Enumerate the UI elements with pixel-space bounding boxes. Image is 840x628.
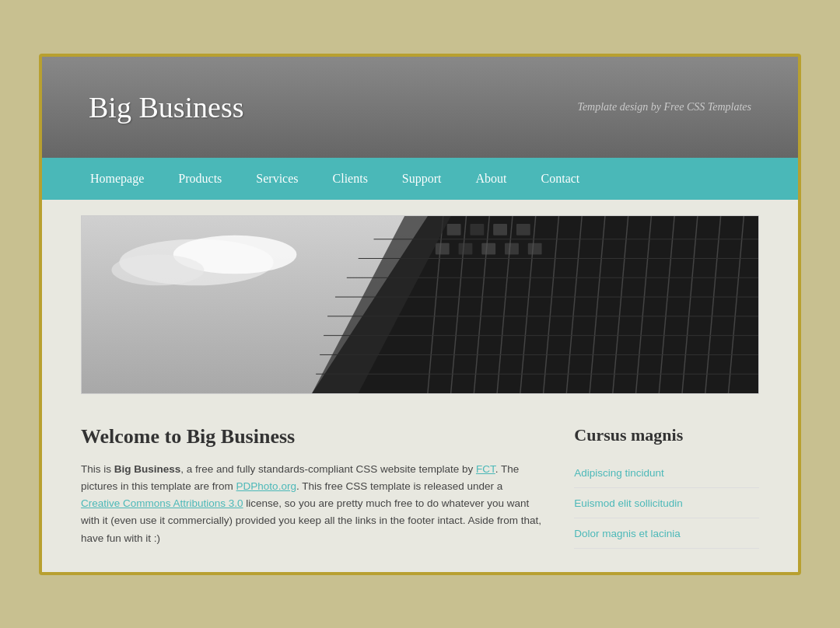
nav-link-services[interactable]: Services	[239, 158, 315, 200]
svg-point-3	[111, 254, 204, 285]
nav-link-about[interactable]: About	[459, 158, 524, 200]
nav-item-support[interactable]: Support	[385, 158, 459, 200]
site-tagline: Template design by Free CSS Templates	[577, 101, 751, 113]
sidebar-list-item: Adipiscing tincidunt	[574, 458, 759, 488]
hero-building-graphic	[82, 216, 758, 393]
site-header: Big Business Template design by Free CSS…	[42, 57, 798, 158]
sidebar-heading: Cursus magnis	[574, 425, 759, 445]
nav-item-products[interactable]: Products	[161, 158, 239, 200]
svg-rect-35	[481, 242, 495, 254]
brand-name: Big Business	[114, 463, 181, 475]
sidebar-link-3[interactable]: Dolor magnis et lacinia	[574, 528, 681, 539]
site-wrapper: Big Business Template design by Free CSS…	[42, 57, 798, 572]
sidebar: Cursus magnis Adipiscing tincidunt Euism…	[574, 425, 759, 549]
nav-link-support[interactable]: Support	[385, 158, 459, 200]
main-paragraph: This is Big Business, a free and fully s…	[81, 461, 543, 547]
sidebar-link-1[interactable]: Adipiscing tincidunt	[574, 467, 664, 479]
creative-commons-link[interactable]: Creative Commons Attributions 3.0	[81, 497, 243, 509]
nav-link-products[interactable]: Products	[161, 158, 239, 200]
nav-item-clients[interactable]: Clients	[316, 158, 385, 200]
svg-rect-29	[447, 223, 461, 235]
sidebar-list-item: Dolor magnis et lacinia	[574, 518, 759, 549]
hero-section	[42, 200, 798, 410]
nav-link-contact[interactable]: Contact	[524, 158, 597, 200]
nav-item-contact[interactable]: Contact	[524, 158, 597, 200]
nav-link-clients[interactable]: Clients	[316, 158, 385, 200]
svg-rect-37	[528, 242, 542, 254]
sidebar-link-2[interactable]: Euismod elit sollicitudin	[574, 497, 683, 509]
svg-rect-31	[493, 223, 507, 235]
content-area: Welcome to Big Business This is Big Busi…	[42, 410, 798, 572]
svg-rect-34	[459, 242, 473, 254]
fct-link[interactable]: FCT	[476, 463, 495, 475]
svg-rect-30	[470, 223, 484, 235]
page-wrapper: Big Business Template design by Free CSS…	[39, 54, 801, 575]
hero-image	[81, 215, 759, 394]
svg-rect-32	[516, 223, 530, 235]
main-heading: Welcome to Big Business	[81, 425, 543, 448]
nav-list: Homepage Products Services Clients Suppo…	[73, 158, 767, 200]
svg-rect-33	[436, 242, 450, 254]
sidebar-list-item: Euismod elit sollicitudin	[574, 488, 759, 518]
nav-item-services[interactable]: Services	[239, 158, 315, 200]
nav-item-about[interactable]: About	[459, 158, 524, 200]
svg-rect-36	[505, 242, 519, 254]
sidebar-links-list: Adipiscing tincidunt Euismod elit sollic…	[574, 458, 759, 549]
pdphoto-link[interactable]: PDPhoto.org	[236, 480, 296, 492]
main-nav: Homepage Products Services Clients Suppo…	[42, 158, 798, 200]
site-title: Big Business	[89, 90, 244, 124]
nav-item-homepage[interactable]: Homepage	[73, 158, 161, 200]
nav-link-homepage[interactable]: Homepage	[73, 158, 161, 200]
main-content: Welcome to Big Business This is Big Busi…	[81, 425, 543, 549]
